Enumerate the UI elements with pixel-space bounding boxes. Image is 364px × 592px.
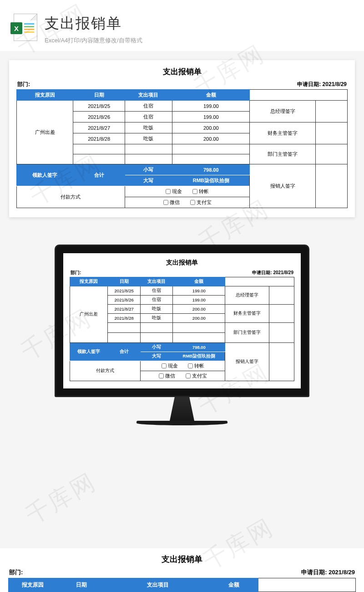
dept-signature-field[interactable]	[316, 144, 348, 164]
apply-date: 申请日期: 2021/8/29	[252, 270, 293, 276]
page-subtitle: Excel/A4打印/内容随意修改/自带格式	[45, 36, 142, 45]
sheet-title: 支出报销单	[8, 554, 356, 565]
claimer-signature-field[interactable]	[316, 164, 348, 208]
apply-date: 申请日期: 2021/8/29	[301, 568, 355, 577]
col-amount: 金额	[210, 578, 258, 592]
watermark: 千库网	[20, 466, 102, 532]
dept-signature-label: 部门主管签字	[250, 144, 316, 164]
excel-file-icon: X	[14, 14, 37, 41]
monitor-stand	[162, 397, 202, 421]
bottom-preview-strip: 支出报销单 部门: 申请日期: 2021/8/29 报支原因 日期 支出项目 金…	[0, 548, 364, 592]
total-upper-label: 大写	[125, 175, 172, 186]
col-reason: 报支原因	[9, 578, 57, 592]
page-title: 支出报销单	[45, 14, 142, 34]
pay-wechat[interactable]: 微信	[163, 199, 180, 206]
total-label: 合计	[73, 164, 125, 186]
payment-row-1: 现金 转帐	[125, 186, 250, 197]
reason-cell: 广州出差	[17, 101, 73, 164]
payment-label: 付款方式	[17, 186, 125, 208]
col-date: 日期	[73, 90, 125, 101]
pay-cash[interactable]: 现金	[166, 188, 182, 195]
pay-transfer[interactable]: 转帐	[192, 188, 209, 195]
monitor-mockup: 支出报销单 部门: 申请日期: 2021/8/29 报支原因 日期 支出项目 金…	[0, 245, 364, 425]
payee-signature-label: 领款人签字	[17, 164, 73, 186]
finance-signature-field[interactable]	[316, 122, 348, 144]
claimer-signature-label: 报销人签字	[250, 164, 316, 208]
finance-signature-label: 财务主管签字	[250, 122, 316, 144]
expense-table: 报支原因 日期 支出项目 金额 广州出差 2021/8/25 住宿 199.00…	[16, 89, 348, 208]
total-lower-value: 798.00	[172, 164, 250, 175]
expense-table: 报支原因 日期 支出项目 金额 广州出差 2021/8/25住宿199.00 总…	[70, 277, 294, 381]
sheet-title: 支出报销单	[70, 259, 294, 267]
total-lower-label: 小写	[125, 164, 172, 175]
col-date: 日期	[57, 578, 106, 592]
excel-x-badge: X	[10, 22, 22, 34]
col-reason: 报支原因	[17, 90, 73, 101]
dept-label: 部门:	[71, 270, 81, 276]
monitor-base	[136, 421, 228, 425]
table-row: 广州出差 2021/8/25 住宿 199.00 总经理签字	[17, 101, 348, 112]
col-item: 支出项目	[106, 578, 210, 592]
gm-signature-field[interactable]	[316, 101, 348, 122]
title-block: 支出报销单 Excel/A4打印/内容随意修改/自带格式	[45, 14, 142, 45]
dept-label: 部门:	[9, 568, 23, 577]
expense-table: 报支原因 日期 支出项目 金额	[8, 578, 356, 592]
dept-label: 部门:	[17, 81, 30, 88]
template-preview-card: 支出报销单 部门: 申请日期: 2021/8/29 报支原因 日期 支出项目 金…	[9, 60, 355, 217]
gm-signature-label: 总经理签字	[250, 101, 316, 122]
sheet-title: 支出报销单	[16, 66, 348, 77]
col-item: 支出项目	[125, 90, 172, 101]
payment-row-2: 微信 支付宝	[125, 197, 250, 208]
page-header: X 支出报销单 Excel/A4打印/内容随意修改/自带格式	[0, 0, 364, 51]
apply-date: 申请日期: 2021/8/29	[297, 81, 347, 88]
total-upper-value: RMB柒佰玖拾捌	[172, 175, 250, 186]
pay-alipay[interactable]: 支付宝	[190, 199, 212, 206]
col-amount: 金额	[172, 90, 250, 101]
